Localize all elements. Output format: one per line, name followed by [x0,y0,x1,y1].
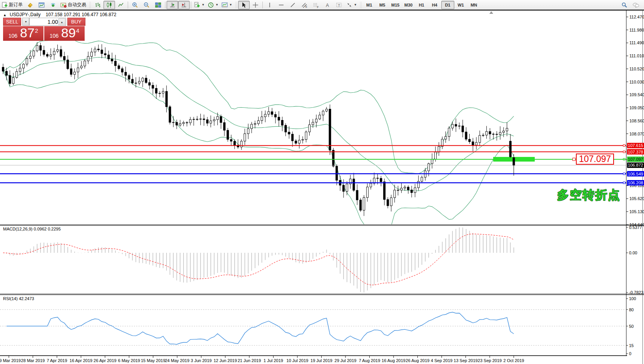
date-label: 19 Jul 2019 [310,358,332,363]
svg-text:107.097: 107.097 [628,157,643,162]
volume-input[interactable]: 1.00 ▲ [29,18,66,26]
volume-increase-button[interactable]: ▲ [58,18,65,26]
svg-text:109.540: 109.540 [629,92,644,97]
bollinger-band [3,39,514,174]
svg-text:106.549: 106.549 [628,172,643,176]
date-label: 16 Apr 2019 [70,358,92,363]
date-label: 15 May 2019 [141,358,165,363]
date-label: 4 Sep 2019 [431,358,452,363]
chinese-annotation[interactable]: 多空转折点 [557,187,621,203]
svg-text:0: 0 [629,351,631,356]
volume-value: 1.00 [47,19,58,25]
svg-text:106.208: 106.208 [628,180,643,185]
svg-text:107.378: 107.378 [628,150,643,154]
svg-text:15: 15 [629,343,634,348]
svg-text:110.520: 110.520 [629,67,644,71]
date-label: 29 Jul 2019 [335,358,357,363]
date-label: 24 May 2019 [165,358,190,363]
date-label: 6 May 2019 [118,358,140,363]
svg-text:111.490: 111.490 [629,40,644,45]
price-callout-label[interactable]: 107.097 [576,154,614,165]
rsi-line [7,312,514,344]
svg-text:0.00: 0.00 [629,250,637,255]
date-label: 16 Aug 2019 [382,358,405,363]
date-label: 12 Jun 2019 [214,358,237,363]
date-label: 26 Aug 2019 [406,358,430,363]
callout-anchor-square[interactable] [572,158,576,161]
buy-price-box[interactable]: 106 89 4 [44,26,85,41]
svg-text:50: 50 [629,324,634,329]
sell-price-figure: 106 [8,33,17,39]
svg-text:109.050: 109.050 [629,105,644,110]
date-label: 26 Apr 2019 [93,358,116,363]
buy-price-pips: 89 [61,25,76,40]
date-label: 21 Jun 2019 [238,358,261,363]
buy-price-point: 4 [76,27,79,34]
volume-decrease-button[interactable]: ▼ [22,18,29,26]
svg-text:107.615: 107.615 [628,143,643,148]
svg-text:100: 100 [629,296,636,301]
chart-shift-marker[interactable] [489,11,493,14]
macd-indicator-label: MACD(12,26,9) 0.0962 0.2295 [3,227,61,231]
buy-price-figure: 106 [50,33,58,39]
svg-text:105.130: 105.130 [629,209,644,214]
svg-text:106.872: 106.872 [628,163,643,167]
mt4-window: 新订单 自动交易 [0,0,644,364]
sell-price-box[interactable]: 106 87 2 [3,26,43,41]
svg-text:0.5377: 0.5377 [629,225,642,230]
svg-text:112.470: 112.470 [629,15,644,19]
svg-text:80: 80 [629,307,634,312]
svg-text:105.620: 105.620 [629,196,644,201]
svg-text:111.980: 111.980 [629,28,644,32]
sell-price-pips: 87 [20,25,35,40]
date-label: 23 Sep 2019 [478,358,502,363]
chart-canvas[interactable]: 112.470111.980111.490111.010110.520110.0… [0,0,644,364]
sell-button[interactable]: SELL [3,18,21,26]
date-label: 28 Mar 2019 [21,358,45,363]
sell-price-point: 2 [35,27,38,34]
svg-text:108.070: 108.070 [629,132,644,136]
date-label: 19 Mar 2019 [0,358,21,363]
date-label: 10 Jul 2019 [287,358,309,363]
rsi-indicator-label: RSI(14) 42.2473 [3,296,34,301]
svg-text:110.030: 110.030 [629,80,644,84]
svg-text:-0.7823: -0.7823 [629,290,643,295]
svg-text:111.010: 111.010 [629,53,644,58]
one-click-trade-panel: SELL ▼ 1.00 ▲ BUY 106 87 2 106 89 4 [3,18,85,41]
bollinger-band [3,71,514,232]
buy-button[interactable]: BUY [67,18,85,26]
date-label: 1 Jul 2019 [264,358,283,363]
date-label: 7 Apr 2019 [47,358,67,363]
date-label: 13 Sep 2019 [454,358,477,363]
date-label: 7 Aug 2019 [359,358,380,363]
date-label: 2 Oct 2019 [504,358,524,363]
date-label: 3 Jun 2019 [191,358,212,363]
svg-text:108.560: 108.560 [629,119,644,123]
